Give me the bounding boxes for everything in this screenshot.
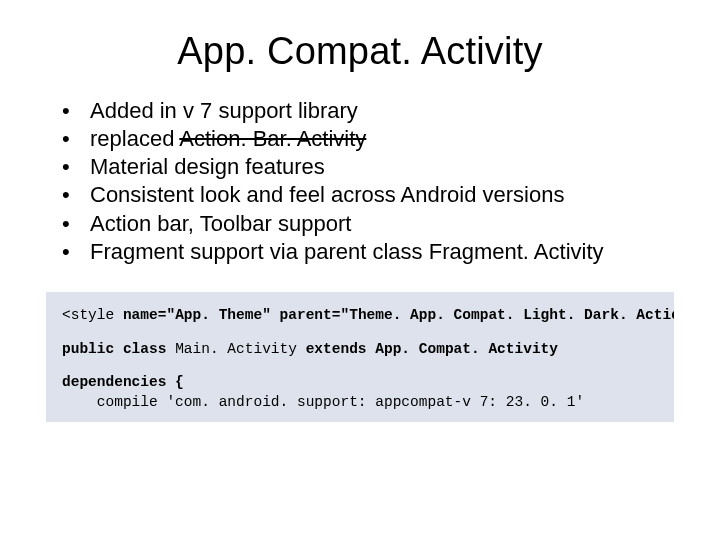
list-item: Added in v 7 support library	[62, 97, 680, 125]
bullet-text: replaced	[90, 126, 179, 151]
list-item: Fragment support via parent class Fragme…	[62, 238, 680, 266]
list-item: Material design features	[62, 153, 680, 181]
slide-title: App. Compat. Activity	[40, 30, 680, 73]
code-line: compile 'com. android. support: appcompa…	[62, 393, 660, 413]
code-line: <style name="App. Theme" parent="Theme. …	[62, 306, 660, 326]
list-item: replaced Action. Bar. Activity	[62, 125, 680, 153]
code-text	[271, 307, 280, 323]
code-gap	[62, 359, 660, 373]
slide: App. Compat. Activity Added in v 7 suppo…	[0, 0, 720, 540]
list-item: Action bar, Toolbar support	[62, 210, 680, 238]
code-bold: name="App. Theme"	[123, 307, 271, 323]
code-bold: public class	[62, 341, 175, 357]
code-text: <style	[62, 307, 123, 323]
code-gap	[62, 326, 660, 340]
bullet-text: Added in v 7 support library	[90, 98, 358, 123]
code-text: Main. Activity	[175, 341, 306, 357]
code-block: <style name="App. Theme" parent="Theme. …	[46, 292, 674, 422]
bullet-text: Material design features	[90, 154, 325, 179]
bullet-text: Action bar, Toolbar support	[90, 211, 351, 236]
bullet-strike: Action. Bar. Activity	[179, 126, 366, 151]
bullet-text: Fragment support via parent class Fragme…	[90, 239, 604, 264]
code-line: public class Main. Activity extends App.…	[62, 340, 660, 360]
code-line: dependencies {	[62, 373, 660, 393]
list-item: Consistent look and feel across Android …	[62, 181, 680, 209]
code-bold: parent="Theme. App. Compat. Light. Dark.…	[280, 307, 674, 323]
bullet-text: Consistent look and feel across Android …	[90, 182, 564, 207]
bullet-list: Added in v 7 support library replaced Ac…	[62, 97, 680, 266]
code-bold: extends App. Compat. Activity	[306, 341, 558, 357]
